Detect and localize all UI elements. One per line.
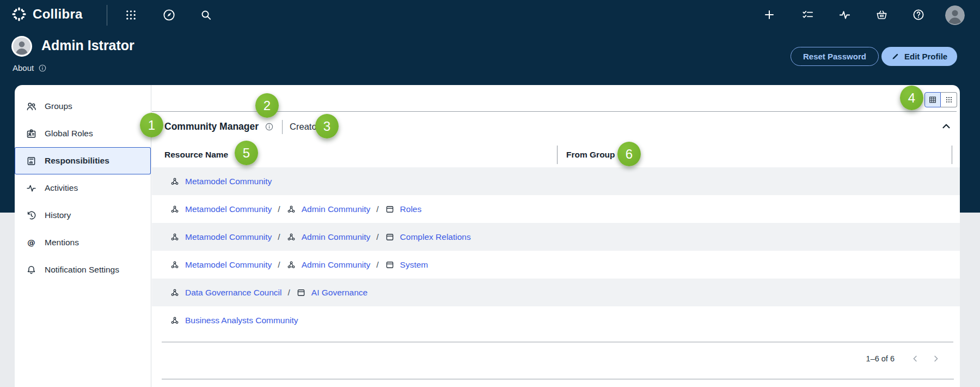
community-icon — [170, 316, 180, 325]
column-header-resource-name[interactable]: Resource Name — [164, 142, 228, 167]
svg-text:@: @ — [27, 237, 35, 247]
community-icon — [170, 260, 180, 270]
table-row: Metamodel Community/Admin Community/Comp… — [152, 223, 960, 251]
help-icon[interactable] — [909, 5, 928, 25]
community-icon — [170, 204, 180, 214]
column-divider[interactable] — [952, 146, 952, 164]
table-row: Metamodel Community/Admin Community/Syst… — [152, 251, 960, 279]
community-icon — [170, 232, 180, 242]
breadcrumb-separator: / — [376, 260, 378, 270]
profile-avatar[interactable] — [11, 36, 32, 57]
tasks-icon[interactable] — [798, 5, 817, 25]
breadcrumb-separator: / — [278, 204, 280, 214]
resource-link[interactable]: Metamodel Community — [185, 232, 272, 242]
history-icon — [26, 210, 37, 221]
pencil-icon — [891, 52, 899, 61]
community-icon — [170, 288, 180, 298]
reset-password-button[interactable]: Reset Password — [791, 47, 879, 66]
mentions-icon: @ — [26, 237, 37, 249]
info-icon[interactable] — [265, 122, 274, 131]
responsibilities-table: Metamodel CommunityMetamodel Community/A… — [152, 167, 960, 334]
plus-icon[interactable] — [759, 5, 779, 25]
sidebar-item-label: Mentions — [45, 238, 79, 247]
sidebar-item-label: Activities — [45, 183, 78, 193]
resource-link[interactable]: System — [400, 260, 428, 270]
edit-profile-button[interactable]: Edit Profile — [881, 47, 957, 66]
resource-link[interactable]: Roles — [400, 204, 422, 214]
table-header: Resource Name From Group — [152, 142, 960, 167]
table-view-icon[interactable] — [924, 92, 941, 107]
resource-link[interactable]: Metamodel Community — [185, 204, 272, 214]
collibra-logo-icon — [11, 6, 27, 22]
resource-link[interactable]: Complex Relations — [400, 232, 471, 242]
breadcrumb-separator: / — [278, 260, 280, 270]
community-icon — [286, 260, 296, 270]
search-icon[interactable] — [196, 5, 216, 25]
community-icon — [170, 177, 180, 186]
community-icon — [286, 204, 296, 214]
activity-icon[interactable] — [835, 5, 854, 25]
breadcrumb-separator: / — [288, 288, 290, 298]
column-header-from-group[interactable]: From Group — [566, 142, 615, 167]
resource-link[interactable]: AI Governance — [311, 288, 367, 298]
about-label: About — [13, 63, 47, 72]
breadcrumb-separator: / — [376, 204, 378, 214]
annotation-badge-4: 4 — [900, 86, 923, 110]
resource-link[interactable]: Metamodel Community — [185, 260, 272, 270]
column-divider[interactable] — [557, 146, 558, 164]
responsibilities-icon — [26, 155, 37, 167]
collibra-logo[interactable]: Collibra — [11, 6, 83, 22]
table-row: Metamodel Community — [152, 167, 960, 195]
resource-link[interactable]: Admin Community — [302, 204, 371, 214]
sidebar-item-notification-settings[interactable]: Notification Settings — [15, 256, 151, 283]
topbar-divider — [107, 5, 107, 26]
annotation-badge-2: 2 — [255, 93, 279, 118]
compass-icon[interactable] — [159, 5, 179, 25]
profile-sidebar: GroupsGlobal RolesResponsibilitiesActivi… — [15, 85, 151, 387]
sidebar-item-mentions[interactable]: @Mentions — [15, 229, 151, 256]
brand-name: Collibra — [33, 7, 83, 22]
table-row: Business Analysts Community — [152, 306, 960, 334]
title-divider — [282, 120, 283, 134]
card-view-icon[interactable] — [941, 92, 957, 107]
apps-grid-icon[interactable] — [121, 5, 140, 25]
table-bottom-divider — [162, 342, 953, 342]
edit-profile-label: Edit Profile — [904, 52, 947, 61]
section-divider — [162, 379, 954, 379]
domain-icon — [385, 204, 395, 214]
annotation-badge-3: 3 — [315, 114, 339, 138]
resource-link[interactable]: Admin Community — [302, 260, 371, 270]
annotation-badge-5: 5 — [235, 141, 258, 165]
sidebar-item-groups[interactable]: Groups — [15, 93, 151, 120]
chevron-right-icon[interactable] — [928, 351, 944, 366]
global-roles-icon — [26, 128, 37, 140]
resource-link[interactable]: Business Analysts Community — [185, 316, 298, 325]
pagination-range: 1–6 of 6 — [866, 354, 895, 363]
pagination: 1–6 of 6 — [866, 351, 944, 366]
resource-link[interactable]: Metamodel Community — [185, 177, 272, 186]
resource-link[interactable]: Data Governance Council — [185, 288, 282, 298]
info-icon[interactable] — [38, 64, 47, 72]
sidebar-item-responsibilities[interactable]: Responsibilities — [15, 147, 151, 174]
domain-icon — [385, 232, 395, 242]
sidebar-item-activities[interactable]: Activities — [15, 174, 151, 202]
domain-icon — [385, 260, 395, 270]
annotation-badge-1: 1 — [140, 113, 163, 137]
sidebar-item-global-roles[interactable]: Global Roles — [15, 120, 151, 147]
notifications-icon — [26, 264, 37, 276]
about-text: About — [13, 63, 34, 72]
chevron-left-icon[interactable] — [908, 351, 923, 366]
annotation-badge-6: 6 — [617, 142, 641, 166]
table-row: Metamodel Community/Admin Community/Role… — [152, 195, 960, 223]
resource-link[interactable]: Admin Community — [302, 232, 371, 242]
sidebar-item-label: History — [45, 210, 71, 220]
groups-icon — [26, 101, 37, 112]
basket-icon[interactable] — [872, 5, 891, 25]
role-title: Community Manager — [164, 121, 259, 132]
sidebar-item-label: Global Roles — [45, 129, 93, 138]
chevron-up-icon[interactable] — [938, 118, 955, 135]
user-avatar[interactable] — [945, 5, 965, 25]
sidebar-item-history[interactable]: History — [15, 202, 151, 229]
page-title: Admin Istrator — [41, 38, 134, 53]
responsibilities-panel: Community Manager Creator Resource Name … — [152, 85, 960, 387]
